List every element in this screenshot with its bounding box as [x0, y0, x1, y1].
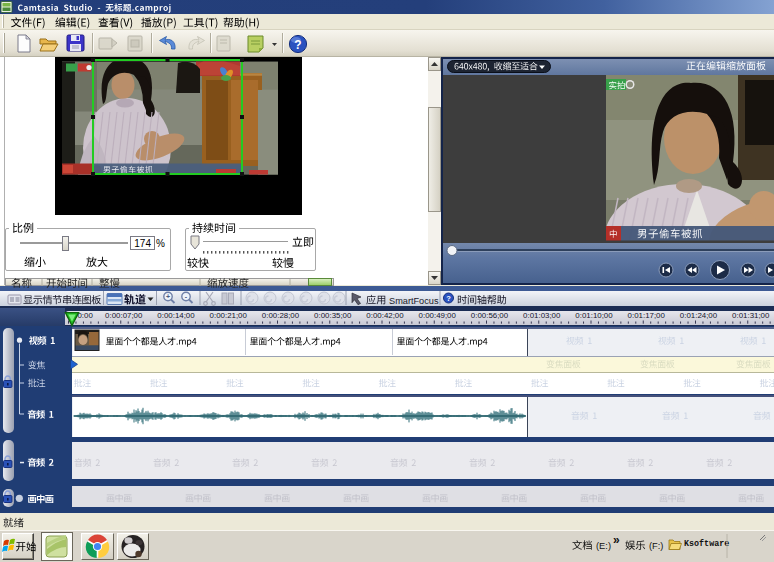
svg-text:(F:): (F:): [649, 541, 663, 551]
svg-text:Ksoftware: Ksoftware: [684, 539, 729, 549]
svg-text:0:01:10;00: 0:01:10;00: [575, 311, 613, 320]
svg-text:0:00:42;00: 0:00:42;00: [366, 311, 404, 320]
svg-text:0:01:31;00: 0:01:31;00: [732, 311, 770, 320]
svg-text:0:01:24;00: 0:01:24;00: [680, 311, 718, 320]
svg-text:SmartFocus: SmartFocus: [389, 296, 439, 306]
svg-text:0:00:35;00: 0:00:35;00: [314, 311, 352, 320]
svg-text:0:01:17;00: 0:01:17;00: [628, 311, 666, 320]
svg-text:0:00:14;00: 0:00:14;00: [157, 311, 195, 320]
svg-text:(E:): (E:): [596, 541, 611, 551]
svg-text:?: ?: [446, 294, 451, 303]
svg-text:0:00:49;00: 0:00:49;00: [419, 311, 457, 320]
svg-text:0:00:28;00: 0:00:28;00: [262, 311, 300, 320]
svg-text:?: ?: [294, 38, 301, 52]
svg-text:»: »: [613, 533, 620, 547]
svg-text:%: %: [156, 238, 165, 249]
svg-text:+: +: [166, 293, 170, 300]
svg-text:0:01:03;00: 0:01:03;00: [523, 311, 561, 320]
svg-text:174: 174: [134, 238, 151, 249]
svg-text:0:00:21;00: 0:00:21;00: [210, 311, 248, 320]
svg-text:0:00:56;00: 0:00:56;00: [471, 311, 509, 320]
svg-text:0:00:07;00: 0:00:07;00: [105, 311, 143, 320]
